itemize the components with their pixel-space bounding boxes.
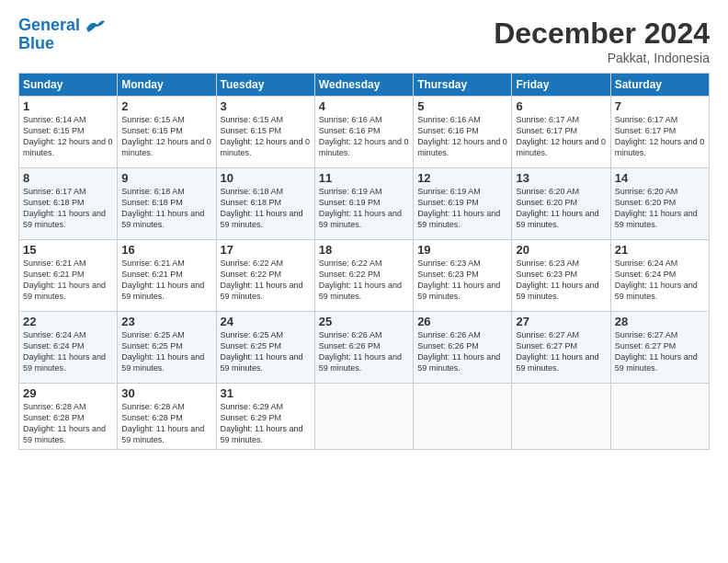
weekday-header-friday: Friday: [512, 74, 610, 97]
calendar-cell: 13 Sunrise: 6:20 AMSunset: 6:20 PMDaylig…: [512, 168, 610, 240]
day-number: 10: [221, 171, 311, 185]
calendar-cell: 7 Sunrise: 6:17 AMSunset: 6:17 PMDayligh…: [610, 97, 709, 168]
day-info: Sunrise: 6:19 AMSunset: 6:19 PMDaylight:…: [319, 187, 402, 229]
day-number: 20: [516, 243, 606, 257]
day-number: 23: [121, 315, 211, 328]
calendar-cell: 1 Sunrise: 6:14 AMSunset: 6:15 PMDayligh…: [19, 97, 118, 168]
calendar-cell: 12 Sunrise: 6:19 AMSunset: 6:19 PMDaylig…: [414, 168, 512, 240]
calendar-week-3: 15 Sunrise: 6:21 AMSunset: 6:21 PMDaylig…: [19, 240, 710, 312]
day-number: 29: [23, 386, 113, 400]
day-info: Sunrise: 6:27 AMSunset: 6:27 PMDaylight:…: [615, 330, 698, 373]
weekday-header-thursday: Thursday: [414, 74, 512, 97]
day-number: 19: [417, 243, 507, 257]
calendar-cell: [314, 384, 413, 450]
day-number: 17: [221, 243, 311, 257]
day-number: 12: [417, 171, 507, 185]
day-number: 24: [221, 315, 311, 328]
calendar-cell: 25 Sunrise: 6:26 AMSunset: 6:26 PMDaylig…: [314, 312, 413, 384]
calendar-header-row: SundayMondayTuesdayWednesdayThursdayFrid…: [19, 74, 710, 97]
day-info: Sunrise: 6:15 AMSunset: 6:15 PMDaylight:…: [121, 115, 211, 157]
day-info: Sunrise: 6:26 AMSunset: 6:26 PMDaylight:…: [417, 330, 500, 373]
calendar-cell: 23 Sunrise: 6:25 AMSunset: 6:25 PMDaylig…: [118, 312, 216, 384]
calendar-cell: 2 Sunrise: 6:15 AMSunset: 6:15 PMDayligh…: [118, 97, 216, 168]
title-area: December 2024 Pakkat, Indonesia: [494, 17, 710, 65]
day-info: Sunrise: 6:20 AMSunset: 6:20 PMDaylight:…: [615, 187, 698, 229]
day-number: 21: [615, 243, 705, 257]
calendar-cell: 4 Sunrise: 6:16 AMSunset: 6:16 PMDayligh…: [314, 97, 413, 168]
day-info: Sunrise: 6:29 AMSunset: 6:29 PMDaylight:…: [221, 402, 303, 444]
calendar-cell: [512, 384, 610, 450]
weekday-header-monday: Monday: [118, 74, 216, 97]
calendar-cell: 11 Sunrise: 6:19 AMSunset: 6:19 PMDaylig…: [314, 168, 413, 240]
day-info: Sunrise: 6:23 AMSunset: 6:23 PMDaylight:…: [516, 259, 598, 301]
calendar-cell: 24 Sunrise: 6:25 AMSunset: 6:25 PMDaylig…: [216, 312, 314, 384]
day-number: 1: [23, 99, 113, 113]
day-number: 9: [121, 171, 211, 185]
day-info: Sunrise: 6:15 AMSunset: 6:15 PMDaylight:…: [221, 115, 311, 157]
weekday-header-saturday: Saturday: [610, 74, 709, 97]
calendar-cell: 9 Sunrise: 6:18 AMSunset: 6:18 PMDayligh…: [118, 168, 216, 240]
calendar-cell: 26 Sunrise: 6:26 AMSunset: 6:26 PMDaylig…: [414, 312, 512, 384]
day-number: 7: [615, 99, 705, 113]
day-info: Sunrise: 6:28 AMSunset: 6:28 PMDaylight:…: [121, 402, 204, 444]
day-info: Sunrise: 6:23 AMSunset: 6:23 PMDaylight:…: [417, 259, 500, 301]
day-number: 28: [615, 315, 705, 328]
day-info: Sunrise: 6:28 AMSunset: 6:28 PMDaylight:…: [23, 402, 106, 444]
logo-bird-icon: [85, 17, 107, 34]
calendar-cell: 21 Sunrise: 6:24 AMSunset: 6:24 PMDaylig…: [610, 240, 709, 312]
calendar-cell: 8 Sunrise: 6:17 AMSunset: 6:18 PMDayligh…: [19, 168, 118, 240]
month-title: December 2024: [494, 17, 710, 51]
day-info: Sunrise: 6:19 AMSunset: 6:19 PMDaylight:…: [417, 187, 500, 229]
day-number: 5: [417, 99, 507, 113]
day-number: 27: [516, 315, 606, 328]
calendar-cell: 30 Sunrise: 6:28 AMSunset: 6:28 PMDaylig…: [118, 384, 216, 450]
calendar-cell: [610, 384, 709, 450]
day-number: 8: [23, 171, 113, 185]
calendar-cell: 3 Sunrise: 6:15 AMSunset: 6:15 PMDayligh…: [216, 97, 314, 168]
day-info: Sunrise: 6:21 AMSunset: 6:21 PMDaylight:…: [121, 259, 204, 301]
calendar-week-4: 22 Sunrise: 6:24 AMSunset: 6:24 PMDaylig…: [19, 312, 710, 384]
weekday-header-tuesday: Tuesday: [216, 74, 314, 97]
day-info: Sunrise: 6:25 AMSunset: 6:25 PMDaylight:…: [221, 330, 303, 373]
day-number: 2: [121, 99, 211, 113]
day-number: 16: [121, 243, 211, 257]
calendar-cell: 27 Sunrise: 6:27 AMSunset: 6:27 PMDaylig…: [512, 312, 610, 384]
calendar-cell: 10 Sunrise: 6:18 AMSunset: 6:18 PMDaylig…: [216, 168, 314, 240]
day-number: 11: [319, 171, 409, 185]
day-number: 14: [615, 171, 705, 185]
day-info: Sunrise: 6:14 AMSunset: 6:15 PMDaylight:…: [23, 115, 113, 157]
day-info: Sunrise: 6:16 AMSunset: 6:16 PMDaylight:…: [417, 115, 507, 157]
day-number: 22: [23, 315, 113, 328]
day-info: Sunrise: 6:21 AMSunset: 6:21 PMDaylight:…: [23, 259, 106, 301]
day-info: Sunrise: 6:24 AMSunset: 6:24 PMDaylight:…: [23, 330, 106, 373]
day-number: 3: [221, 99, 311, 113]
day-number: 13: [516, 171, 606, 185]
calendar-cell: 31 Sunrise: 6:29 AMSunset: 6:29 PMDaylig…: [216, 384, 314, 450]
day-number: 15: [23, 243, 113, 257]
day-info: Sunrise: 6:26 AMSunset: 6:26 PMDaylight:…: [319, 330, 402, 373]
calendar-cell: 18 Sunrise: 6:22 AMSunset: 6:22 PMDaylig…: [314, 240, 413, 312]
calendar-cell: 5 Sunrise: 6:16 AMSunset: 6:16 PMDayligh…: [414, 97, 512, 168]
logo-blue: Blue: [18, 34, 54, 52]
day-number: 4: [319, 99, 409, 113]
logo-general: General: [18, 16, 80, 34]
day-info: Sunrise: 6:16 AMSunset: 6:16 PMDaylight:…: [319, 115, 409, 157]
logo-area: General Blue: [18, 17, 107, 53]
day-info: Sunrise: 6:24 AMSunset: 6:24 PMDaylight:…: [615, 259, 698, 301]
day-info: Sunrise: 6:20 AMSunset: 6:20 PMDaylight:…: [516, 187, 598, 229]
day-number: 26: [417, 315, 507, 328]
day-number: 18: [319, 243, 409, 257]
location: Pakkat, Indonesia: [494, 51, 710, 65]
calendar-cell: 17 Sunrise: 6:22 AMSunset: 6:22 PMDaylig…: [216, 240, 314, 312]
day-number: 6: [516, 99, 606, 113]
day-info: Sunrise: 6:22 AMSunset: 6:22 PMDaylight:…: [221, 259, 303, 301]
calendar-cell: 16 Sunrise: 6:21 AMSunset: 6:21 PMDaylig…: [118, 240, 216, 312]
logo: General Blue: [18, 17, 107, 53]
day-info: Sunrise: 6:22 AMSunset: 6:22 PMDaylight:…: [319, 259, 402, 301]
calendar-cell: [414, 384, 512, 450]
page: General Blue December 2024 Pakkat, Indon…: [0, 0, 728, 563]
day-number: 30: [121, 386, 211, 400]
day-info: Sunrise: 6:18 AMSunset: 6:18 PMDaylight:…: [221, 187, 303, 229]
calendar-week-2: 8 Sunrise: 6:17 AMSunset: 6:18 PMDayligh…: [19, 168, 710, 240]
day-info: Sunrise: 6:18 AMSunset: 6:18 PMDaylight:…: [121, 187, 204, 229]
